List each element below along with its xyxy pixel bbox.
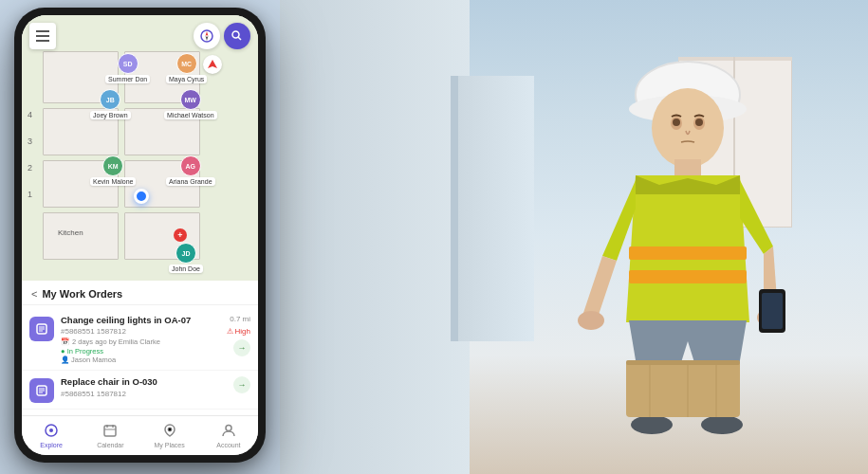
nav-calendar[interactable]: Calendar	[81, 423, 139, 448]
map-pin-summer: SD Summer Don	[105, 53, 150, 83]
svg-point-2	[652, 88, 724, 168]
phone-screen: Kitchen 4 3 2 1 SD Summer Don MC May	[22, 15, 258, 455]
worker-figure	[489, 19, 821, 455]
svg-point-14	[673, 118, 680, 126]
nav-explore[interactable]: Explore	[22, 423, 81, 448]
svg-point-8	[631, 415, 673, 434]
wo-meta-1: 📅 2 days ago by Emilia Clarke	[61, 337, 220, 346]
avatar-summer: SD	[118, 53, 139, 74]
wo-header: < My Work Orders	[22, 281, 258, 305]
wo-assignee-1: 👤 Jason Mamoa	[61, 356, 220, 364]
account-icon	[221, 423, 236, 441]
warning-icon-1: ⚠	[227, 327, 233, 336]
svg-point-42	[226, 426, 231, 431]
avatar-kevin: KM	[102, 155, 123, 176]
background-photo	[280, 0, 868, 474]
search-icon	[231, 29, 244, 43]
status-dot-1: ●	[61, 347, 65, 356]
hamburger-line-1	[36, 30, 49, 32]
svg-rect-17	[626, 360, 740, 365]
label-ariana: Ariana Grande	[166, 177, 215, 186]
svg-rect-37	[104, 426, 116, 436]
account-svg	[221, 423, 236, 438]
map-pin-michael: MW Michael Watson	[164, 89, 217, 119]
menu-button[interactable]	[29, 23, 56, 49]
hamburger-line-2	[36, 35, 49, 37]
row-1: 1	[28, 190, 32, 199]
map-search-button[interactable]	[224, 23, 250, 49]
label-summer: Summer Don	[105, 75, 150, 83]
account-label: Account	[216, 442, 240, 448]
svg-rect-4	[629, 246, 747, 260]
wo-right-1: 0.7 mi ⚠ High →	[227, 315, 250, 356]
label-joey: Joey Brown	[90, 111, 131, 119]
compass-button[interactable]	[194, 23, 220, 49]
map-controls	[194, 23, 250, 49]
places-svg	[162, 423, 177, 438]
places-label: My Places	[154, 442, 184, 448]
explore-svg	[44, 423, 59, 438]
compass-icon	[200, 29, 213, 43]
map-pin-ariana: AG Ariana Grande	[166, 155, 215, 186]
calendar-icon	[102, 423, 118, 441]
wo-priority-1: ⚠ High	[227, 327, 250, 336]
wo-icon-2	[29, 378, 54, 403]
work-order-item-2[interactable]: Replace chair in O-030 #5868551 1587812 …	[22, 371, 258, 410]
map-pin-joey: JB Joey Brown	[90, 89, 131, 119]
wo-nav-button-1[interactable]: →	[233, 339, 250, 356]
svg-rect-5	[629, 270, 747, 283]
map-pin-john: JD John Doe	[169, 243, 203, 273]
wo-distance-1: 0.7 mi	[230, 315, 250, 323]
assignee-icon-1: 👤	[61, 356, 69, 364]
calendar-label: Calendar	[97, 442, 123, 448]
nav-arrow[interactable]	[203, 55, 222, 74]
wo-status-1: ● In Progress	[61, 347, 220, 356]
svg-point-6	[578, 311, 604, 330]
wo-title-2: Replace chair in O-030	[61, 376, 227, 388]
svg-marker-26	[208, 60, 217, 68]
row-3: 3	[28, 137, 32, 146]
map-pin-maya: MC Maya Cyrus	[166, 53, 207, 83]
bottom-nav: Explore Calendar	[22, 415, 258, 455]
wo-title-1: Change ceiling lights in OA-07	[61, 315, 220, 326]
kitchen-label: Kitchen	[58, 228, 83, 237]
work-order-icon-1	[35, 322, 48, 336]
work-orders-section: < My Work Orders	[22, 281, 258, 415]
wo-content-2: Replace chair in O-030 #5868551 1587812	[61, 376, 227, 397]
avatar-john: JD	[175, 243, 196, 264]
location-dot	[134, 189, 149, 204]
arrow-icon-1: →	[238, 343, 247, 353]
wo-nav-button-2[interactable]: →	[233, 376, 250, 393]
status-text-1: In Progress	[67, 347, 103, 356]
work-order-item-1[interactable]: Change ceiling lights in OA-07 #5868551 …	[22, 309, 258, 371]
svg-point-41	[168, 428, 172, 431]
wall-left	[280, 0, 470, 474]
calendar-icon-1: 📅	[61, 337, 69, 346]
svg-point-24	[232, 31, 239, 38]
hamburger-line-3	[36, 40, 49, 42]
row-2: 2	[28, 163, 32, 173]
label-kevin: Kevin Malone	[90, 177, 136, 186]
wo-right-2: →	[233, 376, 250, 393]
svg-point-36	[49, 428, 53, 432]
places-icon	[162, 423, 177, 441]
phone-frame: Kitchen 4 3 2 1 SD Summer Don MC May	[14, 8, 266, 463]
arrow-icon-2: →	[238, 380, 247, 390]
explore-label: Explore	[40, 442, 63, 448]
nav-account[interactable]: Account	[199, 423, 258, 448]
phone-wrapper: Kitchen 4 3 2 1 SD Summer Don MC May	[14, 8, 266, 463]
wo-icon-1	[29, 317, 54, 341]
label-maya: Maya Cyrus	[166, 75, 207, 83]
red-marker: +	[174, 228, 187, 242]
map-area: Kitchen 4 3 2 1 SD Summer Don MC May	[22, 15, 258, 281]
work-order-icon-2	[35, 384, 48, 397]
svg-point-9	[701, 415, 743, 434]
avatar-joey: JB	[100, 89, 120, 110]
avatar-michael: MW	[180, 89, 201, 110]
row-4: 4	[28, 110, 32, 119]
nav-places[interactable]: My Places	[140, 423, 199, 448]
map-pin-kevin: KM Kevin Malone	[90, 155, 136, 186]
wo-date-1: 2 days ago by Emilia Clarke	[72, 337, 160, 346]
wo-header-title: My Work Orders	[42, 288, 122, 300]
back-arrow[interactable]: <	[31, 288, 37, 300]
